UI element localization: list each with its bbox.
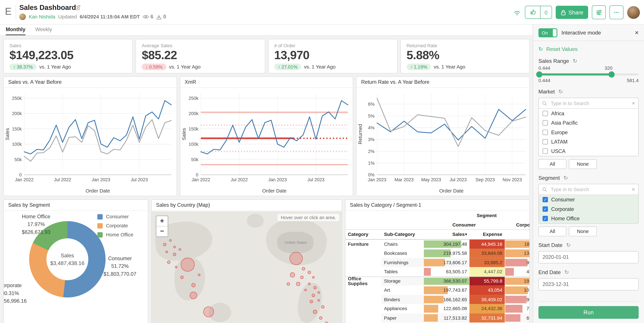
map-sales-circle[interactable] [173, 246, 176, 248]
map-sales-circle[interactable] [312, 276, 314, 279]
svg-text:0: 0 [19, 172, 22, 177]
run-button[interactable]: Run [538, 306, 639, 319]
kpi-value: 5.88% [406, 48, 524, 62]
like-count[interactable]: 0 [540, 6, 552, 18]
header-actions: 0 Share ••• [513, 5, 640, 19]
map-sales-circle[interactable] [296, 282, 300, 286]
thumbs-up-button[interactable] [525, 6, 540, 18]
map-sales-circle[interactable] [167, 261, 170, 264]
legend-item: Corporate [97, 223, 133, 229]
reset-values-link[interactable]: ↻ Reset Values [538, 46, 639, 52]
app-logo: E [5, 6, 12, 17]
map-sales-circle[interactable] [310, 300, 313, 303]
user-avatar[interactable] [627, 6, 640, 19]
table-category-cell [346, 258, 382, 267]
charts-row: Sales vs. A Year Before 050k100k150k200k… [3, 76, 530, 196]
table-category-cell: Furniture [346, 239, 382, 249]
market-option-africa[interactable]: Africa [539, 109, 638, 118]
segment-none-button[interactable]: None [569, 227, 597, 236]
more-options-button[interactable]: ••• [610, 5, 623, 19]
market-option-europe[interactable]: Europe [539, 128, 638, 137]
sales-range-slider: 0.444 320 0.444 581.4 [538, 66, 639, 83]
svg-text:0: 0 [196, 172, 198, 177]
map-sales-circle[interactable] [198, 274, 200, 276]
edit-title-icon[interactable] [75, 4, 81, 12]
eye-icon [143, 14, 149, 19]
sales-range-label: Sales Range ↻ [538, 58, 639, 64]
world-map[interactable]: United States + − Hover over or click an… [152, 211, 342, 323]
close-icon[interactable]: × [635, 29, 639, 36]
map-sales-circle[interactable] [300, 276, 304, 279]
market-none-button[interactable]: None [569, 159, 597, 169]
start-date-input[interactable]: 2020-01-01 [538, 251, 639, 263]
slider-handle-min[interactable] [536, 71, 542, 78]
map-sales-circle[interactable] [308, 271, 311, 274]
segment-all-button[interactable]: All [538, 227, 566, 236]
segment-option-home-office[interactable]: ✓Home Office [539, 214, 638, 223]
table-corporate-sales-cell: 138,352.25 [505, 249, 530, 258]
map-sales-circle[interactable] [321, 305, 324, 309]
kpi-row: Sales$149,223.05↑38.37%vs. 1 Year AgoAve… [3, 39, 530, 73]
map-sales-circle[interactable] [190, 292, 197, 299]
interactive-mode-toggle[interactable]: On [538, 28, 558, 37]
map-zoom-in-button[interactable]: + [156, 216, 168, 226]
table-consumer-expense-cell: 44,945.16 [470, 239, 505, 249]
map-sales-circle[interactable] [180, 258, 194, 272]
clear-search-icon[interactable]: × [632, 186, 635, 193]
table-col-sales2[interactable]: Sales [505, 230, 530, 239]
map-sales-circle[interactable] [287, 282, 290, 286]
slider-track[interactable] [538, 73, 639, 75]
table-col-expense[interactable]: Expense [470, 230, 505, 239]
map-sales-circle[interactable] [203, 307, 214, 317]
svg-text:Mar 2023: Mar 2023 [394, 177, 414, 182]
clear-search-icon[interactable]: × [632, 100, 635, 106]
map-title: Sales by Country (Map) [152, 200, 342, 211]
segment-option-consumer[interactable]: ✓Consumer [539, 195, 638, 204]
kpi-value: $149,223.05 [10, 48, 126, 62]
market-search-input[interactable] [550, 100, 629, 106]
svg-text:1%: 1% [368, 161, 375, 166]
table-consumer-expense-cell: 33,844.08 [470, 249, 505, 258]
svg-text:200k: 200k [12, 111, 22, 116]
map-sales-circle[interactable] [191, 283, 196, 287]
refresh-icon[interactable]: ↻ [573, 58, 577, 64]
refresh-icon[interactable]: ↻ [564, 269, 569, 276]
market-option-latam[interactable]: LATAM [539, 137, 638, 146]
segment-option-corporate[interactable]: ✓Corporate [539, 204, 638, 214]
kpi-delta-badge: ↑27.01% [274, 64, 301, 70]
table-consumer-expense-cell: 39,409.02 [470, 295, 505, 304]
segment-search-input[interactable] [550, 186, 629, 193]
table-consumer-sales-cell: 366,530.07 [424, 276, 470, 286]
refresh-icon[interactable]: ↻ [566, 242, 571, 248]
refresh-icon[interactable]: ↻ [564, 175, 568, 181]
svg-text:150k: 150k [12, 126, 22, 131]
table-col-sales-sort[interactable]: Sales▾ [424, 230, 470, 239]
map-sales-circle[interactable] [325, 322, 328, 323]
map-zoom-out-button[interactable]: − [156, 226, 168, 236]
svg-text:Jan 2023: Jan 2023 [368, 177, 386, 182]
table-consumer-sales-cell: 197,743.67 [424, 286, 470, 295]
table-col-subcategory: Sub-Category [382, 230, 424, 239]
settings-sliders-button[interactable] [592, 5, 606, 19]
share-button[interactable]: Share [556, 6, 588, 19]
author-link[interactable]: Kan Nishida [29, 14, 55, 19]
map-sales-circle[interactable] [302, 267, 306, 270]
end-date-input[interactable]: 2023-12-31 [538, 278, 639, 290]
tab-weekly[interactable]: Weekly [35, 25, 52, 35]
market-option-asia-pacific[interactable]: Asia Pacific [539, 118, 638, 127]
table-consumer-sales-cell: 63,505.17 [424, 267, 470, 276]
svg-text:3%: 3% [368, 137, 375, 142]
arrow-down-icon: ↓ [146, 64, 148, 69]
map-sales-circle[interactable] [319, 317, 322, 320]
map-sales-circle[interactable] [313, 310, 317, 314]
donut-center-label: Sales [61, 251, 74, 259]
map-sales-circle[interactable] [290, 272, 295, 277]
table-corporate-sales-cell: 99,784.89 [505, 258, 530, 267]
slider-handle-max[interactable] [608, 71, 615, 78]
tab-monthly[interactable]: Monthly [6, 25, 25, 35]
market-all-button[interactable]: All [538, 159, 566, 169]
refresh-icon[interactable]: ↻ [558, 89, 563, 95]
map-sales-circle[interactable] [312, 294, 315, 297]
market-option-usca[interactable]: USCA [539, 146, 638, 156]
map-sales-circle[interactable] [290, 252, 302, 265]
